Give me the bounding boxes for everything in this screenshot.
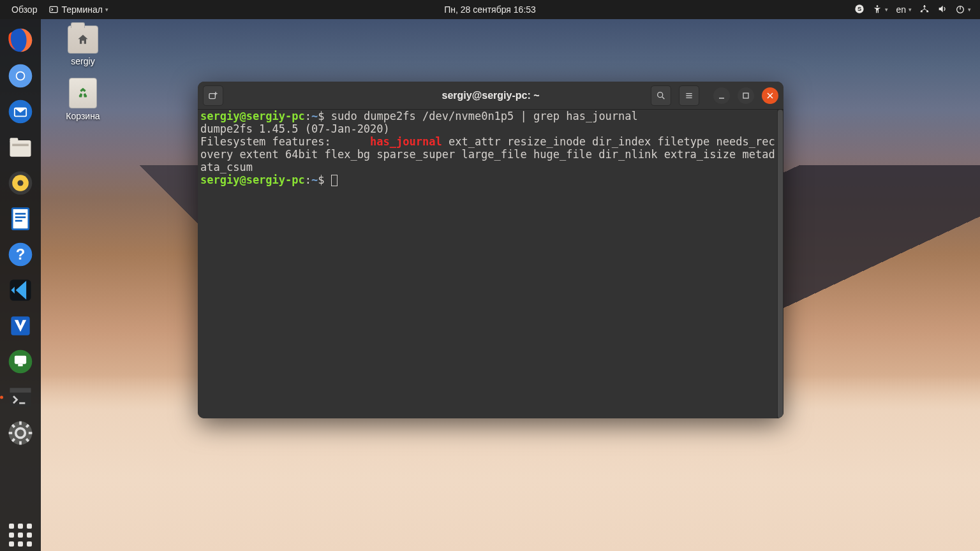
dock-app-vscode[interactable] <box>4 274 36 306</box>
app-menu-label: Терминал <box>61 4 102 15</box>
svg-line-42 <box>26 425 29 427</box>
svg-text:?: ? <box>16 246 26 263</box>
new-tab-icon <box>208 91 218 101</box>
svg-rect-21 <box>15 216 26 218</box>
chevron-down-icon: ▾ <box>885 6 888 13</box>
hamburger-icon <box>684 91 694 101</box>
svg-line-41 <box>12 439 15 441</box>
app-menu-button[interactable]: Терминал ▾ <box>45 3 112 16</box>
prompt-path: ~ <box>311 110 318 122</box>
scrollbar-thumb[interactable] <box>778 110 783 418</box>
svg-text:S: S <box>858 6 861 12</box>
close-button[interactable] <box>762 87 778 104</box>
prompt-path: ~ <box>311 173 318 186</box>
svg-rect-52 <box>743 93 748 98</box>
terminal-icon <box>48 4 59 15</box>
output-line: Filesystem features: <box>200 135 370 148</box>
network-icon[interactable] <box>919 4 930 16</box>
maximize-button[interactable] <box>738 87 754 104</box>
home-icon <box>77 33 89 46</box>
dock-app-virtualbox[interactable] <box>4 310 36 342</box>
prompt-user: sergiy@sergiy-pc <box>200 173 305 186</box>
svg-point-9 <box>17 73 24 80</box>
clock[interactable]: Пн, 28 сентября 16:53 <box>444 4 536 15</box>
svg-rect-12 <box>10 140 31 157</box>
svg-line-47 <box>662 97 664 99</box>
volume-icon[interactable] <box>937 4 947 16</box>
accessibility-icon <box>872 4 882 15</box>
prompt-sep: : <box>305 110 311 122</box>
terminal-window: sergiy@sergiy-pc: ~ sergiy@sergiy-pc:~$ … <box>198 82 783 418</box>
dock: ? <box>0 19 41 551</box>
power-icon <box>955 4 965 15</box>
dock-app-firefox[interactable] <box>4 24 36 56</box>
terminal-body[interactable]: sergiy@sergiy-pc:~$ sudo dumpe2fs /dev/n… <box>198 110 783 418</box>
dock-app-terminal[interactable] <box>4 381 36 413</box>
svg-point-17 <box>17 180 23 186</box>
svg-point-3 <box>877 5 879 7</box>
keyboard-layout-label: en <box>896 4 906 15</box>
svg-rect-31 <box>10 388 31 392</box>
scrollbar[interactable] <box>777 110 783 418</box>
svg-line-40 <box>26 439 29 441</box>
dock-app-help[interactable]: ? <box>4 239 36 270</box>
activities-button[interactable]: Обзор <box>8 3 41 16</box>
close-icon <box>765 91 775 101</box>
desktop-icon-label: sergiy <box>57 56 108 66</box>
svg-rect-20 <box>15 213 26 215</box>
chevron-down-icon: ▾ <box>909 6 912 13</box>
keyboard-layout-menu[interactable]: en ▾ <box>896 4 912 15</box>
maximize-icon <box>741 91 751 101</box>
chevron-down-icon: ▾ <box>968 6 971 13</box>
svg-rect-13 <box>10 138 19 142</box>
top-bar: Обзор Терминал ▾ Пн, 28 сентября 16:53 S… <box>0 0 980 19</box>
power-menu[interactable]: ▾ <box>955 4 971 15</box>
svg-rect-43 <box>209 93 215 98</box>
svg-rect-22 <box>15 220 22 222</box>
new-tab-button[interactable] <box>203 85 223 106</box>
prompt-sep: : <box>305 173 311 186</box>
search-button[interactable] <box>651 85 671 106</box>
show-applications-button[interactable] <box>4 519 36 551</box>
prompt-sym: $ <box>318 173 330 186</box>
desktop-icons: sergiy Корзина <box>57 26 108 133</box>
prompt-sym: $ <box>318 110 330 122</box>
minimize-icon <box>716 91 727 101</box>
command-text: sudo dumpe2fs /dev/nvme0n1p5 | grep has_… <box>331 110 638 122</box>
prompt-user: sergiy@sergiy-pc <box>200 110 305 122</box>
cursor <box>331 175 338 186</box>
dock-app-rhythmbox[interactable] <box>4 167 36 199</box>
svg-rect-14 <box>12 144 29 147</box>
svg-rect-28 <box>15 356 26 364</box>
output-line: dumpe2fs 1.45.5 (07-Jan-2020) <box>200 122 390 135</box>
window-titlebar[interactable]: sergiy@sergiy-pc: ~ <box>198 82 783 110</box>
chevron-down-icon: ▾ <box>105 6 108 13</box>
dock-app-files[interactable] <box>4 131 36 163</box>
hamburger-menu-button[interactable] <box>679 85 699 106</box>
dock-app-chromium[interactable] <box>4 60 36 92</box>
svg-point-46 <box>658 92 663 97</box>
desktop-icon-label: Корзина <box>57 111 108 121</box>
desktop-icon-trash[interactable]: Корзина <box>57 78 108 121</box>
svg-rect-18 <box>12 209 29 230</box>
svg-line-39 <box>12 425 15 427</box>
svg-rect-0 <box>50 6 57 12</box>
svg-rect-29 <box>18 364 22 367</box>
window-title: sergiy@sergiy-pc: ~ <box>442 90 540 101</box>
apps-grid-icon <box>9 524 32 547</box>
minimize-button[interactable] <box>713 87 730 104</box>
dock-app-settings[interactable] <box>4 417 36 449</box>
search-icon <box>656 91 666 101</box>
desktop-icon-home[interactable]: sergiy <box>57 26 108 66</box>
skype-indicator-icon[interactable]: S <box>854 4 865 16</box>
dock-app-thunderbird[interactable] <box>4 96 36 128</box>
recycle-icon <box>76 86 90 100</box>
grep-highlight: has_journal <box>370 135 442 148</box>
dock-app-libreoffice-writer[interactable] <box>4 203 36 235</box>
accessibility-menu[interactable]: ▾ <box>872 4 888 15</box>
dock-app-remmina[interactable] <box>4 346 36 378</box>
